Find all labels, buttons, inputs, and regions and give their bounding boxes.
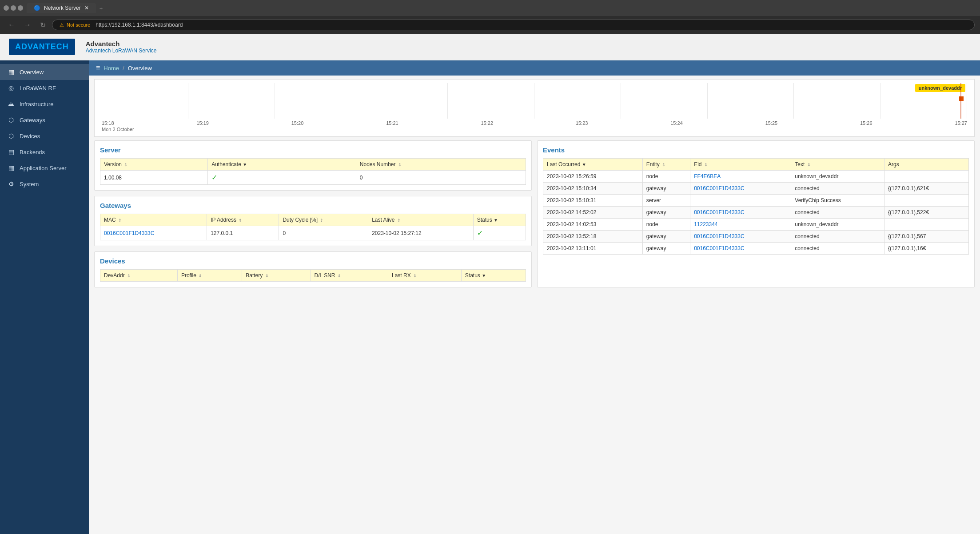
logo: ADVANTECH — [9, 39, 75, 55]
server-col-authenticate[interactable]: Authenticate ▼ — [208, 159, 356, 171]
sidebar-item-gateways[interactable]: ⬡ Gateways — [0, 112, 89, 128]
chart-gridline-1 — [102, 83, 188, 119]
gw-col-ip[interactable]: IP Address ⇕ — [207, 214, 279, 226]
chart-xaxis: 15:18 15:19 15:20 15:21 15:22 15:23 15:2… — [102, 119, 967, 126]
ev-col-eid[interactable]: Eid ⇕ — [690, 159, 791, 171]
chart-gridline-7 — [621, 83, 708, 119]
chart-area: unknown_devaddr — [94, 79, 975, 137]
devices-icon: ⬡ — [7, 132, 15, 139]
header-title: Advantech Advantech LoRaWAN Service — [86, 40, 157, 54]
ev-eid-link[interactable]: 0016C001F1D4333C — [694, 209, 744, 215]
ev-col-text[interactable]: Text ⇕ — [791, 159, 884, 171]
breadcrumb-bar: ≡ Home / Overview — [89, 60, 980, 76]
ev-eid-link[interactable]: 0016C001F1D4333C — [694, 185, 744, 191]
chart-x-9: 15:26 — [860, 120, 872, 126]
chart-gridline-8 — [708, 83, 794, 119]
server-col-nodes[interactable]: Nodes Number ⇕ — [356, 159, 526, 171]
ev-text: connected — [791, 243, 884, 255]
ev-occurred: 2023-10-02 13:11:01 — [543, 243, 643, 255]
panel-right: Events Last Occurred ▼ Entity ⇕ Eid ⇕ Te… — [537, 140, 975, 287]
tab-close-icon[interactable]: ✕ — [84, 5, 89, 11]
gw-col-duty[interactable]: Duty Cycle [%] ⇕ — [279, 214, 368, 226]
ev-col-entity[interactable]: Entity ⇕ — [642, 159, 690, 171]
sidebar-item-overview[interactable]: ▦ Overview — [0, 64, 89, 80]
gw-status: ✓ — [473, 226, 526, 240]
sidebar-item-backends[interactable]: ▤ Backends — [0, 144, 89, 160]
browser-tab-active[interactable]: 🔵 Network Server ✕ — [27, 3, 96, 13]
gateways-table: MAC ⇕ IP Address ⇕ Duty Cycle [%] ⇕ Last… — [100, 214, 526, 240]
ev-entity: gateway — [642, 207, 690, 219]
chart-x-1: 15:18 — [102, 120, 114, 126]
authenticate-check-icon: ✓ — [211, 174, 217, 181]
events-row: 2023-10-02 13:11:01 gateway 0016C001F1D4… — [543, 243, 969, 255]
devices-table: DevAddr ⇕ Profile ⇕ Battery ⇕ D/L SNR ⇕ … — [100, 269, 526, 282]
events-card: Events Last Occurred ▼ Entity ⇕ Eid ⇕ Te… — [537, 140, 975, 287]
dev-col-status[interactable]: Status ▼ — [461, 270, 526, 282]
sort-icon-duty: ⇕ — [320, 218, 323, 223]
dropdown-icon-authenticate: ▼ — [243, 162, 247, 167]
chart-gridline-4 — [361, 83, 448, 119]
panels-row: Server Version ⇕ Authenticate ▼ Nodes Nu… — [89, 140, 980, 293]
gw-col-alive[interactable]: Last Alive ⇕ — [368, 214, 473, 226]
back-button[interactable]: ← — [5, 20, 18, 30]
sidebar-item-lorawan-rf[interactable]: ◎ LoRaWAN RF — [0, 80, 89, 96]
browser-dot-1 — [4, 5, 9, 11]
sidebar-item-devices[interactable]: ⬡ Devices — [0, 128, 89, 144]
chart-bars — [102, 83, 967, 119]
forward-button[interactable]: → — [21, 20, 34, 30]
tab-icon: 🔵 — [34, 5, 40, 11]
ev-entity: node — [642, 171, 690, 183]
breadcrumb-home[interactable]: Home — [104, 65, 119, 72]
dev-col-lastrx[interactable]: Last RX ⇕ — [388, 270, 461, 282]
chart-x-4: 15:21 — [386, 120, 398, 126]
sort-icon-nodes: ⇕ — [398, 163, 402, 167]
ev-eid-link[interactable]: 0016C001F1D4333C — [694, 245, 744, 251]
server-row-1: 1.00.08 ✓ 0 — [100, 171, 526, 185]
ev-eid-link[interactable]: FF4E6BEA — [694, 173, 721, 179]
server-card: Server Version ⇕ Authenticate ▼ Nodes Nu… — [94, 140, 532, 191]
browser-dots — [4, 5, 23, 11]
dev-col-profile[interactable]: Profile ⇕ — [177, 270, 242, 282]
security-warning-icon: ⚠ — [60, 22, 64, 28]
ev-eid-link[interactable]: 11223344 — [694, 221, 717, 227]
browser-dot-2 — [11, 5, 16, 11]
events-row: 2023-10-02 14:52:02 gateway 0016C001F1D4… — [543, 207, 969, 219]
events-card-title: Events — [543, 146, 969, 154]
menu-toggle-icon[interactable]: ≡ — [96, 64, 100, 72]
dev-col-snr[interactable]: D/L SNR ⇕ — [311, 270, 388, 282]
dev-col-battery[interactable]: Battery ⇕ — [242, 270, 311, 282]
gw-col-mac[interactable]: MAC ⇕ — [100, 214, 207, 226]
sidebar-item-application-server[interactable]: ▦ Application Server — [0, 160, 89, 176]
server-version: 1.00.08 — [100, 171, 208, 185]
gw-row-1: 0016C001F1D4333C 127.0.0.1 0 2023-10-02 … — [100, 226, 526, 240]
refresh-button[interactable]: ↻ — [37, 20, 48, 30]
sidebar-label-devices: Devices — [20, 133, 40, 139]
gateways-card-title: Gateways — [100, 202, 526, 209]
ev-entity: node — [642, 219, 690, 231]
chart-x-3: 15:20 — [291, 120, 304, 126]
new-tab-button[interactable]: + — [100, 5, 103, 12]
server-col-version[interactable]: Version ⇕ — [100, 159, 208, 171]
gw-alive: 2023-10-02 15:27:12 — [368, 226, 473, 240]
sidebar-item-system[interactable]: ⚙ System — [0, 176, 89, 192]
sidebar-label-gateways: Gateways — [20, 117, 45, 124]
chart-x-5: 15:22 — [481, 120, 494, 126]
devices-card: Devices DevAddr ⇕ Profile ⇕ Battery ⇕ D/… — [94, 251, 532, 287]
address-bar[interactable]: ⚠ Not secure https://192.168.1.1:8443/#d… — [52, 20, 975, 30]
browser-dot-3 — [18, 5, 23, 11]
ev-eid-link[interactable]: 0016C001F1D4333C — [694, 233, 744, 239]
ev-col-occurred[interactable]: Last Occurred ▼ — [543, 159, 643, 171]
dropdown-icon-status: ▼ — [494, 218, 498, 223]
gw-col-status[interactable]: Status ▼ — [473, 214, 526, 226]
sidebar-item-infrastructure[interactable]: ⛰ Infrastructure — [0, 96, 89, 112]
ev-text: connected — [791, 207, 884, 219]
ev-entity: gateway — [642, 183, 690, 195]
infrastructure-icon: ⛰ — [7, 100, 15, 108]
ev-text: unknown_devaddr — [791, 171, 884, 183]
ev-col-args[interactable]: Args — [884, 159, 968, 171]
dev-col-devaddr[interactable]: DevAddr ⇕ — [100, 270, 178, 282]
gw-mac-link[interactable]: 0016C001F1D4333C — [104, 230, 154, 236]
sort-icon-version: ⇕ — [124, 163, 127, 167]
sort-icon-ip: ⇕ — [239, 218, 242, 223]
ev-occurred: 2023-10-02 15:26:59 — [543, 171, 643, 183]
